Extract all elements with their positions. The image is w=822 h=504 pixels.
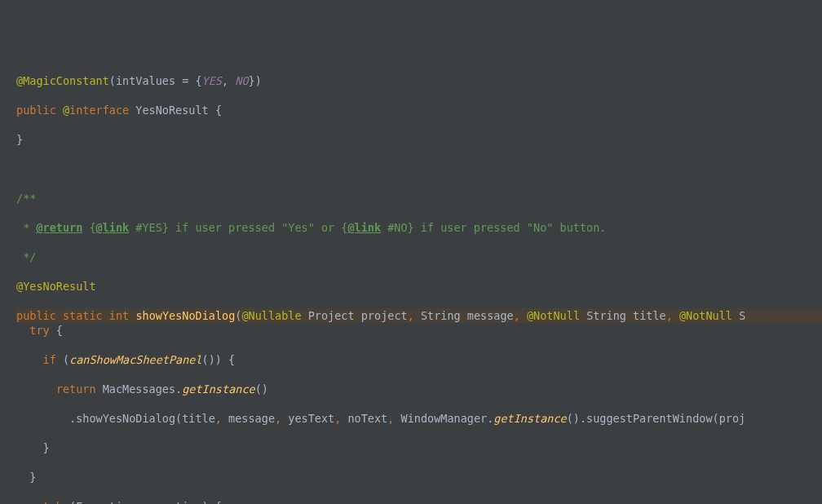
code-line[interactable]: } — [16, 470, 822, 484]
code-line[interactable]: @MagicConstant(intValues = {YES, NO}) — [16, 73, 822, 88]
method-name: showYesNoDialog — [135, 309, 235, 322]
code-line[interactable]: /** — [16, 191, 822, 206]
highlighted-line[interactable]: public static int showYesNoDialog(@Nulla… — [16, 308, 822, 323]
code-line[interactable]: public @interface YesNoResult { — [16, 103, 822, 117]
code-line[interactable]: if (canShowMacSheetPanel()) { — [16, 352, 822, 367]
code-line[interactable]: } — [16, 440, 822, 455]
annotation: @YesNoResult — [16, 280, 96, 293]
code-line[interactable]: catch (Exception exception) { — [16, 499, 822, 504]
code-line[interactable]: .showYesNoDialog(title, message, yesText… — [16, 411, 822, 426]
code-line[interactable]: */ — [16, 250, 822, 264]
code-editor[interactable]: @MagicConstant(intValues = {YES, NO}) pu… — [0, 59, 822, 504]
code-line[interactable]: return MacMessages.getInstance() — [16, 382, 822, 396]
code-line[interactable]: try { — [16, 323, 822, 338]
javadoc-tag: @return — [36, 221, 82, 234]
javadoc: /** — [16, 192, 36, 205]
code-line[interactable]: @YesNoResult — [16, 279, 822, 294]
annotation: @MagicConstant — [16, 74, 109, 87]
blank-line[interactable] — [16, 161, 822, 176]
code-line[interactable]: * @return {@link #YES} if user pressed "… — [16, 220, 822, 235]
code-line[interactable]: } — [16, 132, 822, 147]
